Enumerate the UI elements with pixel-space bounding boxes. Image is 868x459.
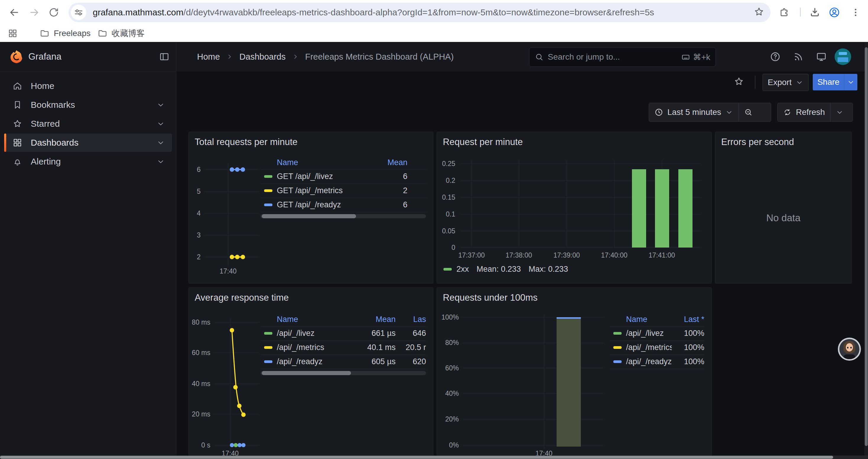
legend-name-header[interactable]: Name: [626, 315, 672, 324]
browser-menu-button[interactable]: [848, 5, 863, 20]
legend-row[interactable]: /api/_/metrics 100%: [610, 340, 704, 355]
zoom-out-button[interactable]: [739, 103, 758, 121]
refresh-controls: Refresh: [777, 103, 853, 122]
series-last: 20.5 r: [396, 343, 426, 352]
legend-row[interactable]: /api/_/readyz 605 µs 620: [260, 355, 426, 369]
bookmark-folder-label: Freeleaps: [54, 29, 91, 38]
search-input[interactable]: Search or jump to... ⌘+k: [529, 47, 716, 67]
legend-row[interactable]: GET /api/_/livez 6: [260, 169, 426, 184]
panel-title[interactable]: Errors per second: [721, 137, 794, 147]
legend-scrollbar[interactable]: [260, 214, 426, 218]
legend-name-header[interactable]: Name: [277, 315, 351, 324]
screen: grafana.mathmast.com/d/deytv4rwavabkb/fr…: [0, 0, 868, 459]
chevron-down-icon[interactable]: [157, 138, 165, 147]
bar-2xx: [655, 169, 669, 248]
panel-title[interactable]: Request per minute: [443, 137, 523, 147]
legend-row[interactable]: /api/_/metrics 40.1 ms 20.5 r: [260, 340, 426, 355]
bookmark-folder-blogs[interactable]: 收藏博客: [97, 28, 145, 39]
series-name[interactable]: /api/_/readyz: [277, 357, 351, 366]
sidebar-item-bookmarks[interactable]: Bookmarks: [4, 96, 172, 114]
bookmark-folder-freeleaps[interactable]: Freeleaps: [39, 28, 91, 39]
downloads-button[interactable]: [808, 5, 822, 20]
share-menu-button[interactable]: [844, 74, 857, 90]
vertical-scrollbar-thumb[interactable]: [865, 47, 868, 446]
apps-shortcut-button[interactable]: [8, 28, 18, 39]
toolbar-divider: [755, 76, 755, 89]
series-name[interactable]: GET /api/_/readyz: [277, 200, 363, 209]
sidebar-item-starred[interactable]: Starred: [4, 114, 172, 133]
series-name[interactable]: /api/_/livez: [626, 329, 672, 338]
series-color-pill: [264, 189, 272, 192]
sidebar-toggle-icon[interactable]: [159, 52, 169, 62]
avatar-pixel-art: [839, 52, 847, 55]
time-range-picker[interactable]: Last 5 minutes: [649, 103, 738, 121]
profile-button[interactable]: [827, 5, 841, 20]
display-button[interactable]: [815, 50, 828, 63]
chevron-down-icon[interactable]: [157, 101, 165, 109]
browser-forward-button[interactable]: [27, 5, 41, 20]
chevron-down-icon[interactable]: [157, 157, 165, 166]
bookmarks-bar: Freeleaps 收藏博客: [0, 25, 868, 42]
legend-row[interactable]: GET /api/_/metrics 2: [260, 184, 426, 198]
browser-reload-button[interactable]: [47, 5, 61, 20]
search-icon: [535, 53, 544, 61]
refresh-interval-button[interactable]: [831, 103, 849, 121]
legend-scrollbar-thumb[interactable]: [262, 214, 356, 218]
share-button[interactable]: Share: [813, 74, 844, 90]
site-settings-button[interactable]: [71, 5, 86, 20]
news-button[interactable]: [792, 50, 805, 63]
series-name[interactable]: /api/_/livez: [277, 329, 351, 338]
series-name[interactable]: GET /api/_/livez: [277, 172, 363, 181]
grafana-logo[interactable]: [9, 49, 24, 64]
legend-scrollbar[interactable]: [260, 371, 426, 375]
series-name[interactable]: /api/_/metrics: [277, 343, 351, 352]
address-bar[interactable]: grafana.mathmast.com/d/deytv4rwavabkb/fr…: [68, 3, 771, 22]
arrow-right-icon: [28, 6, 40, 18]
search-shortcut: ⌘+k: [681, 52, 710, 62]
series-name[interactable]: /api/_/metrics: [626, 343, 672, 352]
panel-requests-under-100ms: Requests under 100ms 100% 80% 60% 40% 20…: [437, 287, 712, 458]
help-button[interactable]: [769, 50, 782, 63]
legend-name-header[interactable]: Name: [277, 158, 363, 167]
legend-last-header[interactable]: Last *: [672, 315, 704, 324]
panel-title[interactable]: Average response time: [195, 292, 289, 303]
plot-area[interactable]: [204, 162, 260, 266]
legend-mean-header[interactable]: Mean: [351, 315, 396, 324]
breadcrumb-dashboards[interactable]: Dashboards: [239, 52, 285, 62]
series-name[interactable]: GET /api/_/metrics: [277, 186, 363, 195]
sidebar-item-alerting[interactable]: Alerting: [4, 153, 172, 171]
legend-item-2xx[interactable]: 2xx: [443, 265, 469, 274]
breadcrumb-home[interactable]: Home: [197, 52, 220, 62]
export-button[interactable]: Export: [763, 74, 809, 91]
vertical-scrollbar[interactable]: [864, 42, 868, 459]
legend-row[interactable]: /api/_/livez 661 µs 646: [260, 326, 426, 340]
legend-mean-header[interactable]: Mean: [363, 158, 407, 167]
chevron-down-icon[interactable]: [157, 120, 165, 128]
dashboards-grid-icon: [12, 138, 23, 148]
series-name[interactable]: /api/_/readyz: [626, 357, 672, 366]
extensions-button[interactable]: [777, 5, 791, 20]
browser-back-button[interactable]: [7, 5, 21, 20]
sidebar-item-dashboards[interactable]: Dashboards: [4, 133, 172, 152]
legend-row[interactable]: /api/_/readyz 100%: [610, 355, 704, 369]
series-color-pill: [264, 360, 272, 363]
user-avatar[interactable]: [835, 48, 851, 65]
sidebar-item-home[interactable]: Home: [4, 77, 172, 95]
legend-row[interactable]: GET /api/_/readyz 6: [260, 198, 426, 212]
legend-row[interactable]: /api/_/livez 100%: [610, 326, 704, 340]
horizontal-scrollbar[interactable]: [0, 455, 868, 459]
refresh-button[interactable]: Refresh: [778, 103, 830, 121]
no-data-message: No data: [715, 212, 851, 224]
horizontal-scrollbar-thumb[interactable]: [0, 456, 833, 459]
assistant-floating-button[interactable]: [838, 338, 861, 361]
plot-area[interactable]: [462, 314, 603, 449]
panel-title[interactable]: Requests under 100ms: [443, 292, 538, 303]
panel-title[interactable]: Total requests per minute: [195, 137, 298, 147]
legend-last-header[interactable]: Las: [396, 315, 426, 324]
bookmark-star-button[interactable]: [753, 6, 765, 19]
plot-area[interactable]: [214, 319, 260, 452]
favorite-dashboard-button[interactable]: [733, 75, 745, 88]
url-text[interactable]: grafana.mathmast.com/d/deytv4rwavabkb/fr…: [93, 7, 753, 18]
legend-scrollbar-thumb[interactable]: [262, 371, 351, 375]
y-tick: 3: [197, 231, 200, 239]
